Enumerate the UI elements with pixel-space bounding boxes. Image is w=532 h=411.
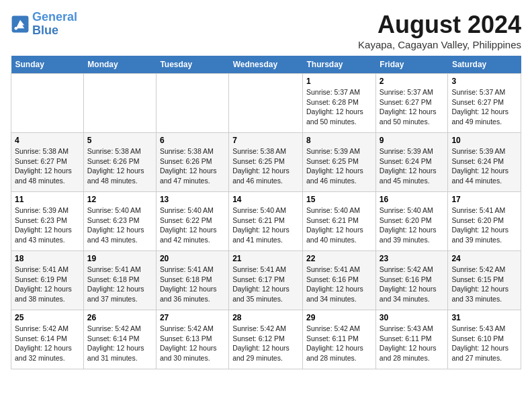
day-info: Sunrise: 5:42 AM Sunset: 6:14 PM Dayligh… [87, 324, 152, 363]
day-number: 25 [15, 313, 80, 322]
day-header-friday: Friday [375, 56, 448, 74]
day-info: Sunrise: 5:40 AM Sunset: 6:23 PM Dayligh… [87, 205, 152, 245]
day-header-saturday: Saturday [448, 56, 521, 74]
day-cell [156, 74, 228, 133]
day-info: Sunrise: 5:39 AM Sunset: 6:23 PM Dayligh… [15, 205, 80, 245]
day-cell: 24Sunrise: 5:42 AM Sunset: 6:15 PM Dayli… [448, 251, 521, 310]
day-cell: 1Sunrise: 5:37 AM Sunset: 6:28 PM Daylig… [303, 74, 376, 133]
day-number: 27 [160, 313, 225, 322]
day-number: 6 [160, 136, 225, 145]
days-header-row: SundayMondayTuesdayWednesdayThursdayFrid… [11, 56, 521, 74]
day-info: Sunrise: 5:42 AM Sunset: 6:13 PM Dayligh… [160, 324, 225, 363]
day-number: 9 [380, 136, 445, 145]
day-info: Sunrise: 5:37 AM Sunset: 6:27 PM Dayligh… [451, 87, 517, 127]
location: Kayapa, Cagayan Valley, Philippines [358, 39, 521, 50]
day-number: 12 [87, 195, 152, 204]
day-cell: 19Sunrise: 5:41 AM Sunset: 6:18 PM Dayli… [83, 251, 156, 310]
day-number: 20 [160, 254, 225, 263]
day-cell [83, 74, 156, 133]
day-cell: 20Sunrise: 5:41 AM Sunset: 6:18 PM Dayli… [156, 251, 228, 310]
day-info: Sunrise: 5:38 AM Sunset: 6:27 PM Dayligh… [15, 146, 80, 186]
day-number: 22 [306, 254, 372, 263]
day-number: 11 [15, 195, 80, 204]
day-info: Sunrise: 5:41 AM Sunset: 6:17 PM Dayligh… [232, 265, 299, 304]
day-info: Sunrise: 5:41 AM Sunset: 6:19 PM Dayligh… [15, 265, 80, 304]
day-header-tuesday: Tuesday [156, 56, 228, 74]
logo-line2: Blue [32, 24, 58, 37]
day-info: Sunrise: 5:40 AM Sunset: 6:20 PM Dayligh… [380, 205, 445, 245]
day-cell: 2Sunrise: 5:37 AM Sunset: 6:27 PM Daylig… [375, 74, 448, 133]
day-info: Sunrise: 5:38 AM Sunset: 6:26 PM Dayligh… [87, 146, 152, 186]
day-cell [229, 74, 303, 133]
day-number: 4 [15, 136, 80, 145]
day-cell: 29Sunrise: 5:42 AM Sunset: 6:11 PM Dayli… [303, 310, 376, 369]
day-cell: 22Sunrise: 5:41 AM Sunset: 6:16 PM Dayli… [303, 251, 376, 310]
day-number: 7 [232, 136, 299, 145]
day-cell: 16Sunrise: 5:40 AM Sunset: 6:20 PM Dayli… [375, 192, 448, 251]
day-number: 28 [232, 313, 299, 322]
day-cell: 18Sunrise: 5:41 AM Sunset: 6:19 PM Dayli… [11, 251, 84, 310]
day-cell: 5Sunrise: 5:38 AM Sunset: 6:26 PM Daylig… [83, 133, 156, 192]
day-number: 2 [380, 77, 445, 86]
week-row-3: 11Sunrise: 5:39 AM Sunset: 6:23 PM Dayli… [11, 192, 521, 251]
day-info: Sunrise: 5:40 AM Sunset: 6:21 PM Dayligh… [232, 205, 299, 245]
day-header-wednesday: Wednesday [229, 56, 303, 74]
day-info: Sunrise: 5:43 AM Sunset: 6:10 PM Dayligh… [451, 324, 517, 363]
day-info: Sunrise: 5:41 AM Sunset: 6:16 PM Dayligh… [306, 265, 372, 304]
week-row-1: 1Sunrise: 5:37 AM Sunset: 6:28 PM Daylig… [11, 74, 521, 133]
day-cell: 6Sunrise: 5:38 AM Sunset: 6:26 PM Daylig… [156, 133, 228, 192]
day-cell: 31Sunrise: 5:43 AM Sunset: 6:10 PM Dayli… [448, 310, 521, 369]
day-header-monday: Monday [83, 56, 156, 74]
svg-point-2 [14, 27, 17, 30]
day-info: Sunrise: 5:38 AM Sunset: 6:25 PM Dayligh… [232, 146, 299, 186]
day-number: 8 [306, 136, 372, 145]
day-info: Sunrise: 5:41 AM Sunset: 6:20 PM Dayligh… [451, 205, 517, 245]
day-info: Sunrise: 5:39 AM Sunset: 6:24 PM Dayligh… [380, 146, 445, 186]
month-year: August 2024 [358, 11, 521, 39]
day-cell: 14Sunrise: 5:40 AM Sunset: 6:21 PM Dayli… [229, 192, 303, 251]
day-number: 18 [15, 254, 80, 263]
logo: General Blue [11, 11, 77, 38]
day-number: 30 [380, 313, 445, 322]
week-row-5: 25Sunrise: 5:42 AM Sunset: 6:14 PM Dayli… [11, 310, 521, 369]
day-cell: 9Sunrise: 5:39 AM Sunset: 6:24 PM Daylig… [375, 133, 448, 192]
day-number: 23 [380, 254, 445, 263]
day-info: Sunrise: 5:37 AM Sunset: 6:28 PM Dayligh… [306, 87, 372, 127]
day-info: Sunrise: 5:38 AM Sunset: 6:26 PM Dayligh… [160, 146, 225, 186]
week-row-4: 18Sunrise: 5:41 AM Sunset: 6:19 PM Dayli… [11, 251, 521, 310]
logo-text: General Blue [32, 11, 77, 38]
day-cell: 13Sunrise: 5:40 AM Sunset: 6:22 PM Dayli… [156, 192, 228, 251]
day-cell: 28Sunrise: 5:42 AM Sunset: 6:12 PM Dayli… [229, 310, 303, 369]
day-cell: 30Sunrise: 5:43 AM Sunset: 6:11 PM Dayli… [375, 310, 448, 369]
day-cell: 11Sunrise: 5:39 AM Sunset: 6:23 PM Dayli… [11, 192, 84, 251]
day-number: 5 [87, 136, 152, 145]
logo-line1: General [32, 10, 77, 24]
day-info: Sunrise: 5:37 AM Sunset: 6:27 PM Dayligh… [380, 87, 445, 127]
day-info: Sunrise: 5:39 AM Sunset: 6:25 PM Dayligh… [306, 146, 372, 186]
day-info: Sunrise: 5:42 AM Sunset: 6:15 PM Dayligh… [451, 265, 517, 304]
day-info: Sunrise: 5:41 AM Sunset: 6:18 PM Dayligh… [87, 265, 152, 304]
day-number: 31 [451, 313, 517, 322]
day-cell: 27Sunrise: 5:42 AM Sunset: 6:13 PM Dayli… [156, 310, 228, 369]
day-number: 26 [87, 313, 152, 322]
day-number: 16 [380, 195, 445, 204]
day-number: 21 [232, 254, 299, 263]
day-cell: 8Sunrise: 5:39 AM Sunset: 6:25 PM Daylig… [303, 133, 376, 192]
day-info: Sunrise: 5:39 AM Sunset: 6:24 PM Dayligh… [451, 146, 517, 186]
title-area: August 2024 Kayapa, Cagayan Valley, Phil… [358, 11, 521, 50]
day-number: 3 [451, 77, 517, 86]
day-number: 19 [87, 254, 152, 263]
page-header: General Blue August 2024 Kayapa, Cagayan… [11, 11, 521, 50]
day-number: 14 [232, 195, 299, 204]
day-number: 24 [451, 254, 517, 263]
day-info: Sunrise: 5:42 AM Sunset: 6:16 PM Dayligh… [380, 265, 445, 304]
logo-icon [11, 15, 30, 34]
day-number: 29 [306, 313, 372, 322]
day-cell: 10Sunrise: 5:39 AM Sunset: 6:24 PM Dayli… [448, 133, 521, 192]
day-info: Sunrise: 5:40 AM Sunset: 6:21 PM Dayligh… [306, 205, 372, 245]
day-cell [11, 74, 84, 133]
day-cell: 26Sunrise: 5:42 AM Sunset: 6:14 PM Dayli… [83, 310, 156, 369]
day-info: Sunrise: 5:42 AM Sunset: 6:12 PM Dayligh… [232, 324, 299, 363]
day-header-thursday: Thursday [303, 56, 376, 74]
calendar-table: SundayMondayTuesdayWednesdayThursdayFrid… [11, 56, 521, 369]
